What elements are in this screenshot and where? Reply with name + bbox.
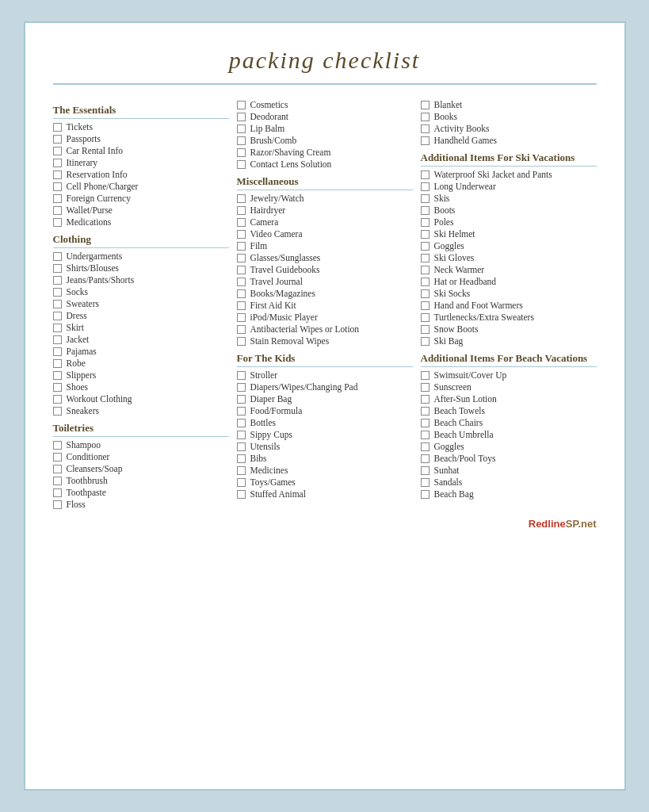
checkbox[interactable] (237, 254, 246, 262)
checkbox[interactable] (53, 206, 62, 215)
checkbox[interactable] (421, 136, 429, 145)
checkbox[interactable] (421, 170, 429, 179)
checkbox[interactable] (237, 266, 246, 274)
checkbox[interactable] (237, 313, 246, 322)
checkbox[interactable] (237, 160, 246, 169)
checkbox[interactable] (421, 182, 429, 191)
checkbox[interactable] (421, 230, 429, 239)
checkbox[interactable] (53, 500, 62, 509)
list-item: Sunhat (421, 465, 597, 475)
checkbox[interactable] (421, 337, 429, 346)
list-item: Beach Towels (421, 406, 597, 416)
checkbox[interactable] (421, 490, 429, 499)
checkbox[interactable] (53, 159, 62, 167)
checkbox[interactable] (421, 395, 429, 404)
checkbox[interactable] (53, 441, 62, 450)
checkbox[interactable] (237, 301, 246, 310)
list-item: Socks (53, 287, 229, 297)
checkbox[interactable] (421, 431, 429, 439)
item-label: Video Camera (250, 229, 303, 239)
checkbox[interactable] (53, 135, 62, 144)
checkbox[interactable] (53, 324, 62, 332)
checkbox[interactable] (237, 278, 246, 286)
list-item: Books/Magazines (237, 289, 413, 298)
checkbox[interactable] (421, 124, 429, 133)
checkbox[interactable] (53, 395, 62, 404)
checkbox[interactable] (421, 454, 429, 463)
checkbox[interactable] (237, 325, 246, 334)
list-item: Bottles (237, 418, 413, 427)
checkbox[interactable] (237, 395, 246, 404)
checkbox[interactable] (421, 289, 429, 298)
checkbox[interactable] (421, 371, 429, 380)
checkbox[interactable] (421, 466, 429, 475)
checkbox[interactable] (237, 407, 246, 416)
checkbox[interactable] (421, 194, 429, 203)
checkbox[interactable] (421, 278, 429, 286)
checkbox[interactable] (237, 383, 246, 392)
checkbox[interactable] (53, 488, 62, 497)
checkbox[interactable] (53, 288, 62, 297)
checkbox[interactable] (237, 490, 246, 499)
checkbox[interactable] (421, 442, 429, 451)
checkbox[interactable] (237, 454, 246, 463)
checkbox[interactable] (421, 242, 429, 251)
checkbox[interactable] (237, 218, 246, 227)
checkbox[interactable] (237, 371, 246, 380)
checkbox[interactable] (421, 254, 429, 262)
checkbox[interactable] (237, 442, 246, 451)
checkbox[interactable] (53, 170, 62, 179)
checkbox[interactable] (53, 407, 62, 416)
checkbox[interactable] (53, 218, 62, 227)
checkbox[interactable] (421, 101, 429, 109)
checkbox[interactable] (237, 101, 246, 109)
checkbox[interactable] (53, 276, 62, 285)
checkbox[interactable] (53, 383, 62, 392)
checkbox[interactable] (237, 194, 246, 203)
checkbox[interactable] (421, 206, 429, 215)
checkbox[interactable] (237, 337, 246, 346)
checkbox[interactable] (237, 124, 246, 133)
checkbox[interactable] (53, 264, 62, 273)
checkbox[interactable] (421, 419, 429, 427)
list-item: Pajamas (53, 347, 229, 356)
checkbox[interactable] (237, 230, 246, 239)
checkbox[interactable] (421, 113, 429, 121)
checkbox[interactable] (237, 419, 246, 427)
checkbox[interactable] (53, 252, 62, 261)
checkbox[interactable] (53, 359, 62, 368)
checkbox[interactable] (53, 347, 62, 356)
checkbox[interactable] (237, 113, 246, 121)
checkbox[interactable] (421, 301, 429, 310)
checkbox[interactable] (53, 147, 62, 155)
checkbox[interactable] (421, 266, 429, 274)
list-item: Sandals (421, 477, 597, 487)
checkbox[interactable] (53, 335, 62, 344)
checkbox[interactable] (237, 478, 246, 487)
checkbox[interactable] (53, 194, 62, 203)
checkbox[interactable] (53, 300, 62, 308)
checkbox[interactable] (53, 182, 62, 191)
checkbox[interactable] (421, 478, 429, 487)
checkbox[interactable] (237, 136, 246, 145)
list-item: Sunscreen (421, 382, 597, 392)
checkbox[interactable] (237, 466, 246, 475)
checkbox[interactable] (421, 407, 429, 416)
checkbox[interactable] (237, 431, 246, 439)
checkbox[interactable] (237, 289, 246, 298)
checkbox[interactable] (53, 371, 62, 380)
checkbox[interactable] (53, 453, 62, 462)
checkbox[interactable] (421, 313, 429, 322)
list-item: Video Camera (237, 229, 413, 239)
checkbox[interactable] (237, 242, 246, 251)
checkbox[interactable] (53, 123, 62, 132)
checkbox[interactable] (421, 325, 429, 334)
checkbox[interactable] (53, 312, 62, 320)
list-item: Waterproof Ski Jacket and Pants (421, 170, 597, 179)
checkbox[interactable] (53, 477, 62, 485)
checkbox[interactable] (237, 206, 246, 215)
checkbox[interactable] (421, 218, 429, 227)
checkbox[interactable] (237, 148, 246, 157)
checkbox[interactable] (421, 383, 429, 392)
checkbox[interactable] (53, 465, 62, 473)
